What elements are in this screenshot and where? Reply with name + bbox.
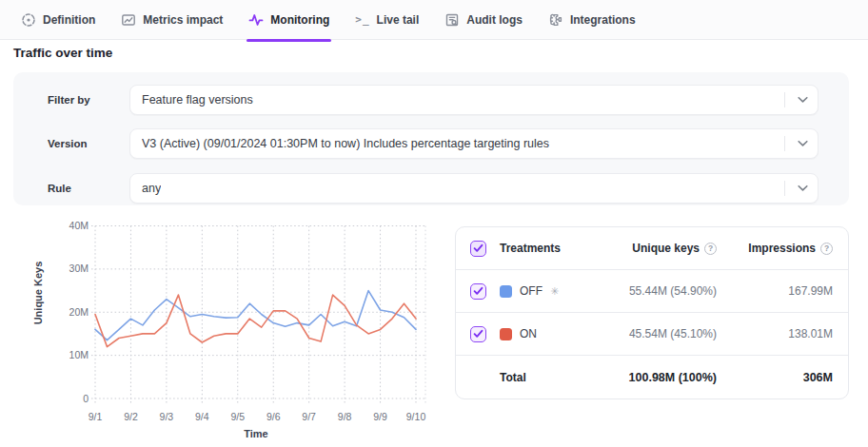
integrations-icon	[548, 12, 563, 28]
metrics-impact-icon	[121, 12, 136, 28]
total-impressions-value: 306M	[717, 371, 833, 384]
y-tick-label: 10M	[69, 349, 89, 360]
y-tick-label: 30M	[69, 262, 89, 274]
live-tail-icon: >_	[355, 13, 369, 26]
treatment-label: ON	[520, 327, 537, 340]
filter-panel: Filter by Feature flag versions Version …	[13, 72, 849, 205]
x-tick-label: 9/8	[338, 411, 352, 422]
version-value: V3 (Active) (09/01/2024 01:30PM to now) …	[142, 137, 549, 150]
rule-row: Rule any	[13, 173, 849, 204]
off-treatment-checkbox[interactable]	[470, 283, 486, 300]
filter-by-value: Feature flag versions	[142, 93, 253, 107]
x-tick-label: 9/3	[160, 411, 174, 422]
unique-keys-help-icon[interactable]: ?	[704, 243, 717, 255]
tab-audit-logs[interactable]: Audit logs	[444, 0, 523, 40]
x-tick-label: 9/6	[266, 411, 281, 422]
select-all-checkbox[interactable]	[470, 241, 486, 257]
treatment-label: OFF	[520, 284, 542, 298]
tab-definition[interactable]: Definition	[21, 0, 95, 40]
tab-integrations[interactable]: Integrations	[548, 0, 636, 40]
on-unique-keys-value: 45.54M (45.10%)	[566, 327, 717, 340]
impressions-column-header: Impressions	[748, 242, 816, 255]
table-row-on: ON 45.54M (45.10%) 138.01M	[456, 313, 848, 356]
table-row-off: OFF ✳ 55.44M (54.90%) 167.99M	[456, 270, 848, 313]
on-color-swatch	[500, 328, 512, 340]
audit-logs-icon	[444, 12, 460, 28]
tab-label: Monitoring	[270, 13, 329, 27]
tab-metrics-impact[interactable]: Metrics impact	[121, 0, 223, 40]
off-impressions-value: 167.99M	[717, 284, 833, 298]
chevron-down-icon	[798, 97, 808, 104]
x-tick-label: 9/2	[124, 411, 138, 422]
x-tick-label: 9/9	[373, 411, 387, 422]
tab-label: Definition	[43, 13, 95, 27]
chevron-down-icon	[798, 141, 808, 147]
y-tick-label: 0	[83, 393, 89, 404]
version-label: Version	[48, 128, 88, 159]
select-divider	[784, 181, 785, 196]
unique-keys-column-header: Unique keys	[632, 242, 700, 255]
version-select[interactable]: V3 (Active) (09/01/2024 01:30PM to now) …	[129, 128, 819, 159]
off-unique-keys-value: 55.44M (54.90%)	[566, 284, 717, 298]
select-divider	[784, 136, 785, 151]
chevron-down-icon	[798, 185, 808, 192]
on-treatment-checkbox[interactable]	[470, 326, 486, 342]
page-title: Traffic over time	[13, 46, 112, 60]
rule-label: Rule	[48, 173, 71, 204]
x-tick-label: 9/7	[302, 411, 316, 422]
select-divider	[784, 92, 785, 107]
traffic-chart-svg: 010M20M30M40M9/19/29/39/49/59/69/79/89/9…	[0, 213, 447, 447]
on-impressions-value: 138.01M	[717, 327, 833, 340]
traffic-chart: 010M20M30M40M9/19/29/39/49/59/69/79/89/9…	[0, 213, 447, 447]
tab-live-tail[interactable]: >_ Live tail	[355, 0, 419, 40]
tab-monitoring[interactable]: Monitoring	[248, 0, 329, 40]
x-tick-label: 9/4	[195, 411, 209, 422]
on-series-line	[95, 295, 416, 347]
off-color-swatch	[500, 285, 512, 298]
x-tick-label: 9/1	[89, 411, 103, 422]
tab-label: Audit logs	[466, 13, 523, 27]
filter-by-select[interactable]: Feature flag versions	[129, 85, 819, 115]
filter-by-row: Filter by Feature flag versions	[13, 85, 849, 115]
tab-label: Live tail	[377, 13, 420, 27]
filter-by-label: Filter by	[48, 85, 90, 115]
table-total-row: Total 100.98M (100%) 306M	[456, 356, 848, 398]
y-tick-label: 40M	[69, 220, 89, 231]
treatments-table: Treatments Unique keys ? Impressions ? O…	[455, 226, 849, 399]
total-unique-keys-value: 100.98M (100%)	[566, 371, 717, 384]
treatments-column-header: Treatments	[500, 242, 566, 255]
monitoring-icon	[248, 12, 264, 28]
y-tick-label: 20M	[69, 306, 89, 318]
x-axis-title: Time	[175, 428, 337, 439]
y-axis-title: Unique Keys	[32, 262, 44, 325]
rule-select[interactable]: any	[129, 173, 819, 204]
default-treatment-icon: ✳	[550, 285, 559, 298]
x-tick-label: 9/5	[230, 411, 245, 422]
x-tick-label: 9/10	[406, 411, 426, 422]
table-header-row: Treatments Unique keys ? Impressions ?	[456, 227, 848, 270]
rule-value: any	[142, 182, 161, 195]
monitoring-page: Definition Metrics impact Monitoring >_ …	[0, 0, 868, 447]
tab-label: Integrations	[570, 13, 636, 27]
version-row: Version V3 (Active) (09/01/2024 01:30PM …	[13, 128, 849, 159]
total-label: Total	[500, 371, 566, 384]
definition-icon	[21, 12, 36, 28]
impressions-help-icon[interactable]: ?	[820, 243, 833, 255]
tab-bar: Definition Metrics impact Monitoring >_ …	[0, 0, 868, 40]
tab-label: Metrics impact	[143, 13, 223, 27]
